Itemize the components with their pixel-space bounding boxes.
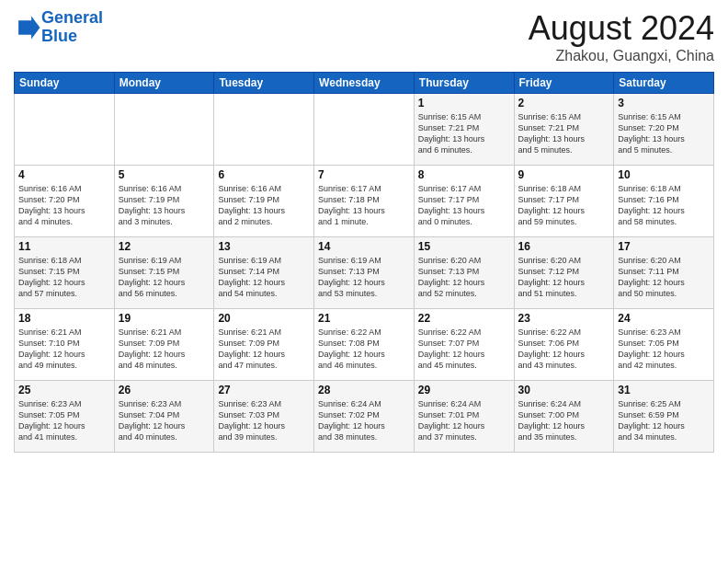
day-info: Sunrise: 6:23 AM Sunset: 7:05 PM Dayligh… — [618, 327, 710, 372]
day-number: 15 — [418, 240, 510, 253]
day-info: Sunrise: 6:16 AM Sunset: 7:20 PM Dayligh… — [18, 183, 110, 228]
day-number: 6 — [218, 168, 310, 181]
day-number: 27 — [218, 384, 310, 396]
weekday-header: Wednesday — [314, 73, 415, 94]
calendar-week-row: 1Sunrise: 6:15 AM Sunset: 7:21 PM Daylig… — [15, 94, 714, 166]
day-info: Sunrise: 6:21 AM Sunset: 7:09 PM Dayligh… — [218, 327, 310, 372]
day-info: Sunrise: 6:22 AM Sunset: 7:07 PM Dayligh… — [418, 327, 510, 372]
day-number: 14 — [318, 240, 410, 253]
day-info: Sunrise: 6:21 AM Sunset: 7:09 PM Dayligh… — [119, 327, 210, 372]
calendar-cell: 15Sunrise: 6:20 AM Sunset: 7:13 PM Dayli… — [414, 237, 514, 309]
calendar-cell: 3Sunrise: 6:15 AM Sunset: 7:20 PM Daylig… — [614, 94, 714, 166]
title-block: August 2024 Zhakou, Guangxi, China — [529, 9, 714, 64]
day-number: 7 — [318, 168, 410, 181]
calendar-cell: 24Sunrise: 6:23 AM Sunset: 7:05 PM Dayli… — [614, 309, 714, 381]
calendar-cell: 26Sunrise: 6:23 AM Sunset: 7:04 PM Dayli… — [114, 381, 214, 453]
day-number: 16 — [518, 240, 610, 253]
day-number: 20 — [218, 312, 310, 325]
day-info: Sunrise: 6:21 AM Sunset: 7:10 PM Dayligh… — [18, 327, 110, 372]
day-info: Sunrise: 6:15 AM Sunset: 7:21 PM Dayligh… — [418, 111, 510, 156]
day-info: Sunrise: 6:20 AM Sunset: 7:11 PM Dayligh… — [618, 255, 710, 300]
calendar-week-row: 18Sunrise: 6:21 AM Sunset: 7:10 PM Dayli… — [15, 309, 714, 381]
calendar-cell — [15, 94, 115, 166]
calendar-cell: 22Sunrise: 6:22 AM Sunset: 7:07 PM Dayli… — [414, 309, 514, 381]
calendar-cell — [314, 94, 415, 166]
month-title: August 2024 — [529, 9, 714, 48]
day-info: Sunrise: 6:23 AM Sunset: 7:03 PM Dayligh… — [218, 398, 310, 443]
day-info: Sunrise: 6:16 AM Sunset: 7:19 PM Dayligh… — [119, 183, 210, 228]
calendar-cell: 20Sunrise: 6:21 AM Sunset: 7:09 PM Dayli… — [214, 309, 314, 381]
calendar-cell: 13Sunrise: 6:19 AM Sunset: 7:14 PM Dayli… — [214, 237, 314, 309]
day-info: Sunrise: 6:20 AM Sunset: 7:13 PM Dayligh… — [418, 255, 510, 300]
logo-text: General Blue — [41, 9, 103, 46]
calendar-week-row: 25Sunrise: 6:23 AM Sunset: 7:05 PM Dayli… — [15, 381, 714, 453]
calendar-table: SundayMondayTuesdayWednesdayThursdayFrid… — [14, 72, 714, 453]
header-row: SundayMondayTuesdayWednesdayThursdayFrid… — [15, 73, 714, 94]
calendar-cell: 25Sunrise: 6:23 AM Sunset: 7:05 PM Dayli… — [15, 381, 115, 453]
calendar-cell: 27Sunrise: 6:23 AM Sunset: 7:03 PM Dayli… — [214, 381, 314, 453]
day-info: Sunrise: 6:15 AM Sunset: 7:21 PM Dayligh… — [518, 111, 610, 156]
day-number: 13 — [218, 240, 310, 253]
calendar-cell: 30Sunrise: 6:24 AM Sunset: 7:00 PM Dayli… — [514, 381, 614, 453]
day-number: 17 — [618, 240, 710, 253]
day-number: 24 — [618, 312, 710, 325]
logo: General Blue — [14, 9, 103, 46]
day-info: Sunrise: 6:23 AM Sunset: 7:05 PM Dayligh… — [18, 398, 110, 443]
day-info: Sunrise: 6:18 AM Sunset: 7:15 PM Dayligh… — [18, 255, 110, 300]
day-info: Sunrise: 6:17 AM Sunset: 7:18 PM Dayligh… — [318, 183, 410, 228]
day-number: 12 — [119, 240, 210, 253]
day-number: 26 — [119, 384, 210, 396]
header: General Blue August 2024 Zhakou, Guangxi… — [14, 9, 714, 64]
weekday-header: Sunday — [15, 73, 115, 94]
day-info: Sunrise: 6:25 AM Sunset: 6:59 PM Dayligh… — [618, 398, 710, 443]
day-number: 22 — [418, 312, 510, 325]
calendar-cell: 18Sunrise: 6:21 AM Sunset: 7:10 PM Dayli… — [15, 309, 115, 381]
weekday-header: Thursday — [414, 73, 514, 94]
day-number: 21 — [318, 312, 410, 325]
calendar-cell: 12Sunrise: 6:19 AM Sunset: 7:15 PM Dayli… — [114, 237, 214, 309]
day-info: Sunrise: 6:15 AM Sunset: 7:20 PM Dayligh… — [618, 111, 710, 156]
day-info: Sunrise: 6:22 AM Sunset: 7:06 PM Dayligh… — [518, 327, 610, 372]
day-info: Sunrise: 6:18 AM Sunset: 7:17 PM Dayligh… — [518, 183, 610, 228]
day-info: Sunrise: 6:22 AM Sunset: 7:08 PM Dayligh… — [318, 327, 410, 372]
calendar-cell: 31Sunrise: 6:25 AM Sunset: 6:59 PM Dayli… — [614, 381, 714, 453]
day-info: Sunrise: 6:24 AM Sunset: 7:01 PM Dayligh… — [418, 398, 510, 443]
day-number: 10 — [618, 168, 710, 181]
calendar-week-row: 4Sunrise: 6:16 AM Sunset: 7:20 PM Daylig… — [15, 166, 714, 237]
svg-marker-0 — [18, 16, 40, 39]
calendar-cell: 19Sunrise: 6:21 AM Sunset: 7:09 PM Dayli… — [114, 309, 214, 381]
calendar-cell: 1Sunrise: 6:15 AM Sunset: 7:21 PM Daylig… — [414, 94, 514, 166]
day-number: 19 — [119, 312, 210, 325]
calendar-cell: 11Sunrise: 6:18 AM Sunset: 7:15 PM Dayli… — [15, 237, 115, 309]
calendar-cell: 2Sunrise: 6:15 AM Sunset: 7:21 PM Daylig… — [514, 94, 614, 166]
weekday-header: Saturday — [614, 73, 714, 94]
calendar-cell: 21Sunrise: 6:22 AM Sunset: 7:08 PM Dayli… — [314, 309, 415, 381]
day-number: 8 — [418, 168, 510, 181]
day-info: Sunrise: 6:17 AM Sunset: 7:17 PM Dayligh… — [418, 183, 510, 228]
calendar-cell: 16Sunrise: 6:20 AM Sunset: 7:12 PM Dayli… — [514, 237, 614, 309]
logo-icon — [16, 15, 41, 40]
page: General Blue August 2024 Zhakou, Guangxi… — [0, 0, 728, 563]
calendar-cell: 17Sunrise: 6:20 AM Sunset: 7:11 PM Dayli… — [614, 237, 714, 309]
weekday-header: Monday — [114, 73, 214, 94]
day-info: Sunrise: 6:19 AM Sunset: 7:13 PM Dayligh… — [318, 255, 410, 300]
calendar-cell — [114, 94, 214, 166]
calendar-cell: 6Sunrise: 6:16 AM Sunset: 7:19 PM Daylig… — [214, 166, 314, 237]
calendar-cell: 8Sunrise: 6:17 AM Sunset: 7:17 PM Daylig… — [414, 166, 514, 237]
calendar-cell: 4Sunrise: 6:16 AM Sunset: 7:20 PM Daylig… — [15, 166, 115, 237]
day-info: Sunrise: 6:19 AM Sunset: 7:14 PM Dayligh… — [218, 255, 310, 300]
calendar-cell: 10Sunrise: 6:18 AM Sunset: 7:16 PM Dayli… — [614, 166, 714, 237]
day-number: 9 — [518, 168, 610, 181]
day-number: 2 — [518, 97, 610, 109]
day-number: 5 — [119, 168, 210, 181]
calendar-cell: 7Sunrise: 6:17 AM Sunset: 7:18 PM Daylig… — [314, 166, 415, 237]
day-number: 1 — [418, 97, 510, 109]
calendar-cell: 23Sunrise: 6:22 AM Sunset: 7:06 PM Dayli… — [514, 309, 614, 381]
day-number: 30 — [518, 384, 610, 396]
calendar-week-row: 11Sunrise: 6:18 AM Sunset: 7:15 PM Dayli… — [15, 237, 714, 309]
calendar-cell: 14Sunrise: 6:19 AM Sunset: 7:13 PM Dayli… — [314, 237, 415, 309]
calendar-cell: 29Sunrise: 6:24 AM Sunset: 7:01 PM Dayli… — [414, 381, 514, 453]
weekday-header: Friday — [514, 73, 614, 94]
location-title: Zhakou, Guangxi, China — [529, 48, 714, 64]
day-number: 11 — [18, 240, 110, 253]
